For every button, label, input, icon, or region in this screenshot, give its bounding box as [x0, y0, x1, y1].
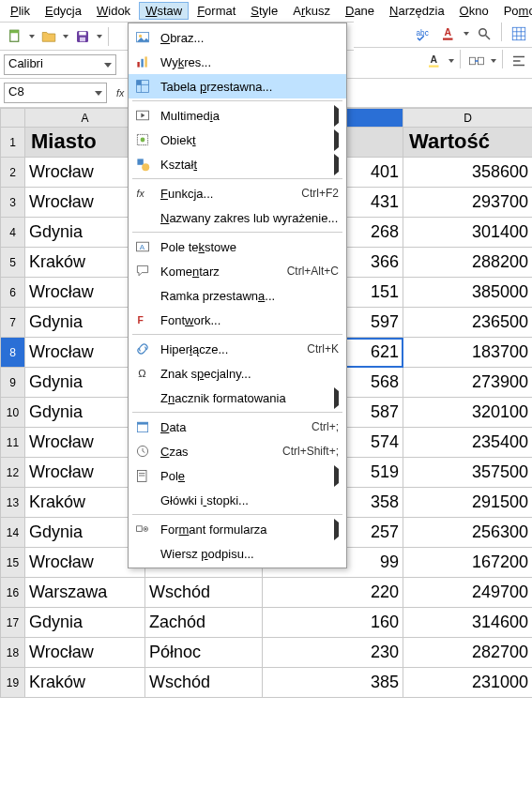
menuitem-znacznik-formatowania[interactable]: Znacznik formatowania	[129, 386, 346, 410]
new-doc-button[interactable]	[4, 25, 26, 48]
merge-dropdown[interactable]	[490, 50, 497, 72]
row-header[interactable]: 9	[1, 368, 25, 398]
menuitem-data[interactable]: DataCtrl+;	[129, 415, 346, 439]
cell-D18[interactable]: 282700	[403, 638, 533, 668]
align-button[interactable]	[508, 50, 530, 72]
row-header[interactable]: 5	[1, 248, 25, 278]
cell-C19[interactable]: 385	[263, 668, 403, 698]
highlight-color-dropdown[interactable]	[448, 50, 455, 72]
cell-D15[interactable]: 167200	[403, 548, 533, 578]
merge-button[interactable]	[465, 50, 488, 72]
open-button[interactable]	[38, 25, 60, 48]
menuitem-kształt[interactable]: Kształt	[129, 152, 346, 176]
cell-C18[interactable]: 230	[263, 638, 403, 668]
row-header[interactable]: 8	[1, 338, 25, 368]
cell-D7[interactable]: 236500	[403, 308, 533, 338]
find-button[interactable]	[473, 23, 495, 45]
save-dropdown[interactable]	[96, 25, 103, 48]
menu-style[interactable]: Style	[244, 2, 284, 20]
menuitem-czas[interactable]: CzasCtrl+Shift+;	[129, 439, 346, 463]
menuitem-multimedia[interactable]: Multimedia	[129, 103, 346, 128]
row-header[interactable]: 13	[1, 488, 25, 518]
menuitem-obraz[interactable]: Obraz...	[129, 25, 346, 50]
menuitem-główki-i-stopki[interactable]: Główki i stopki...	[129, 488, 346, 512]
cell-D6[interactable]: 385000	[403, 278, 533, 308]
row-header[interactable]: 12	[1, 458, 25, 488]
cell-B16[interactable]: Wschód	[145, 578, 263, 608]
cell-A18[interactable]: Wrocław	[25, 638, 145, 668]
row-header[interactable]: 1	[1, 128, 25, 158]
cell-D9[interactable]: 273900	[403, 368, 533, 398]
table-button[interactable]	[508, 23, 530, 45]
cell-B17[interactable]: Zachód	[145, 608, 263, 638]
menu-dane[interactable]: Dane	[339, 2, 381, 20]
cell-D11[interactable]: 235400	[403, 428, 533, 458]
row-header[interactable]: 17	[1, 608, 25, 638]
row-header[interactable]: 19	[1, 668, 25, 698]
cell-D3[interactable]: 293700	[403, 188, 533, 218]
cell-A17[interactable]: Gdynia	[25, 608, 145, 638]
cell-A19[interactable]: Kraków	[25, 668, 145, 698]
menuitem-wiersz-podpisu[interactable]: Wiersz podpisu...	[129, 541, 346, 566]
row-header[interactable]: 6	[1, 278, 25, 308]
cell-A16[interactable]: Warszawa	[25, 578, 145, 608]
cell-D1[interactable]: Wartość	[403, 128, 533, 158]
menuitem-ramka-przestawna[interactable]: Ramka przestawna...	[129, 283, 346, 308]
row-header[interactable]: 7	[1, 308, 25, 338]
cell-D12[interactable]: 357500	[403, 458, 533, 488]
cell-D8[interactable]: 183700	[403, 338, 533, 368]
row-header[interactable]: 14	[1, 518, 25, 548]
select-all-corner[interactable]	[1, 109, 25, 128]
open-dropdown[interactable]	[62, 25, 69, 48]
cell-D2[interactable]: 358600	[403, 158, 533, 188]
col-header-D[interactable]: D	[403, 109, 533, 128]
cell-B18[interactable]: Północ	[145, 638, 263, 668]
name-box[interactable]: C8	[4, 83, 107, 103]
cell-D4[interactable]: 301400	[403, 218, 533, 248]
cell-D19[interactable]: 231000	[403, 668, 533, 698]
menuitem-nazwany-zakres-lub-wyrażenie[interactable]: Nazwany zakres lub wyrażenie...	[129, 205, 346, 230]
row-header[interactable]: 15	[1, 548, 25, 578]
menuitem-obiekt[interactable]: Obiekt	[129, 128, 346, 152]
cell-D10[interactable]: 320100	[403, 398, 533, 428]
row-header[interactable]: 4	[1, 218, 25, 248]
menu-narzędzia[interactable]: Narzędzia	[383, 2, 451, 20]
menuitem-funkcja[interactable]: fxFunkcja...Ctrl+F2	[129, 181, 346, 205]
row-header[interactable]: 3	[1, 188, 25, 218]
row-header[interactable]: 10	[1, 398, 25, 428]
font-color-button[interactable]: A	[437, 23, 460, 45]
menu-pomoc[interactable]: Pomoc	[497, 2, 532, 20]
menuitem-hiperłącze[interactable]: Hiperłącze...Ctrl+K	[129, 337, 346, 361]
menuitem-formant-formularza[interactable]: Formant formularza	[129, 517, 346, 541]
menu-arkusz[interactable]: Arkusz	[286, 2, 337, 20]
cell-D14[interactable]: 256300	[403, 518, 533, 548]
menuitem-pole[interactable]: Pole	[129, 463, 346, 488]
cell-C16[interactable]: 220	[263, 578, 403, 608]
row-header[interactable]: 2	[1, 158, 25, 188]
menu-okno[interactable]: Okno	[453, 2, 495, 20]
spellcheck-button[interactable]: abc	[412, 23, 434, 45]
menu-plik[interactable]: Plik	[4, 2, 37, 20]
menu-format[interactable]: Format	[190, 2, 242, 20]
cell-D5[interactable]: 288200	[403, 248, 533, 278]
menu-widok[interactable]: Widok	[90, 2, 137, 20]
cell-D16[interactable]: 249700	[403, 578, 533, 608]
menuitem-wykres[interactable]: Wykres...	[129, 50, 346, 74]
menuitem-fontwork[interactable]: FFontwork...	[129, 308, 346, 332]
row-header[interactable]: 11	[1, 428, 25, 458]
font-color-dropdown[interactable]	[463, 23, 470, 45]
menuitem-komentarz[interactable]: KomentarzCtrl+Alt+C	[129, 259, 346, 283]
font-name-combo[interactable]: Calibri	[4, 54, 116, 75]
cell-D17[interactable]: 314600	[403, 608, 533, 638]
cell-C17[interactable]: 160	[263, 608, 403, 638]
menuitem-pole-tekstowe[interactable]: APole tekstowe	[129, 235, 346, 259]
new-doc-dropdown[interactable]	[28, 25, 36, 48]
save-button[interactable]	[71, 25, 94, 48]
menu-wstaw[interactable]: Wstaw	[139, 2, 189, 20]
row-header[interactable]: 18	[1, 638, 25, 668]
cell-B19[interactable]: Wschód	[145, 668, 263, 698]
highlight-color-button[interactable]: A	[423, 50, 446, 72]
row-header[interactable]: 16	[1, 578, 25, 608]
cell-D13[interactable]: 291500	[403, 488, 533, 518]
menuitem-tabela-przestawna[interactable]: Tabela przestawna...	[129, 74, 346, 98]
